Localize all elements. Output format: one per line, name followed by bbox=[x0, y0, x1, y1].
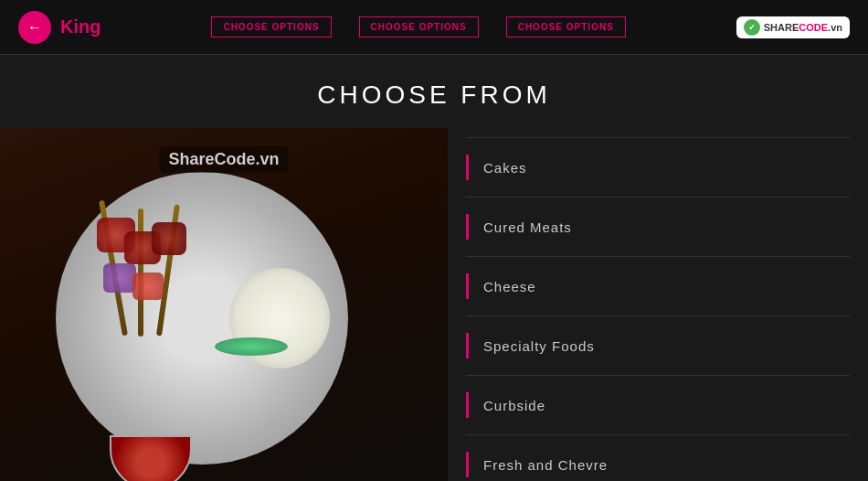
menu-item-cakes[interactable]: Cakes bbox=[466, 137, 850, 198]
meat-3 bbox=[152, 222, 186, 255]
menu-item-label-cheese: Cheese bbox=[483, 279, 536, 294]
menu-item-curbside[interactable]: Curbside bbox=[466, 376, 850, 435]
choose-options-button-1[interactable]: CHOOSE OPTIONS bbox=[211, 16, 331, 37]
menu-item-label-cakes: Cakes bbox=[483, 160, 527, 176]
section-title: CHOOSE FROM bbox=[0, 80, 868, 110]
section-title-bar: CHOOSE FROM bbox=[0, 55, 868, 128]
veggie-2 bbox=[132, 273, 164, 300]
logo-area: ← King bbox=[18, 11, 101, 44]
menu-accent-cured-meats bbox=[466, 214, 469, 240]
menu-item-label-specialty-foods: Specialty Foods bbox=[483, 338, 595, 354]
sharecode-badge: ✓ SHARECODE.vn bbox=[736, 16, 850, 38]
food-image-area: ShareCode.vn Copyright © ShareCode.vn bbox=[0, 128, 448, 481]
product-cards: CHOOSE OPTIONS CHOOSE OPTIONS CHOOSE OPT… bbox=[211, 16, 625, 37]
menu-item-cured-meats[interactable]: Cured Meats bbox=[466, 198, 850, 257]
plate bbox=[56, 172, 348, 465]
logo-icon: ← bbox=[18, 11, 51, 44]
watermark: ShareCode.vn bbox=[159, 146, 288, 173]
menu-item-label-curbside: Curbside bbox=[483, 398, 545, 413]
menu-accent-fresh-chevre bbox=[466, 452, 469, 477]
top-bar: ← King CHOOSE OPTIONS CHOOSE OPTIONS CHO… bbox=[0, 0, 868, 55]
sharecode-icon: ✓ bbox=[744, 19, 760, 36]
main-content: ShareCode.vn Copyright © ShareCode.vn Ca… bbox=[0, 128, 868, 481]
garnish bbox=[215, 337, 288, 356]
menu-item-label-cured-meats: Cured Meats bbox=[483, 219, 572, 235]
choose-options-button-2[interactable]: CHOOSE OPTIONS bbox=[359, 16, 479, 37]
menu-accent-cakes bbox=[466, 155, 469, 180]
menu-accent-cheese bbox=[466, 273, 469, 299]
food-image: ShareCode.vn Copyright © ShareCode.vn bbox=[0, 128, 448, 481]
menu-accent-specialty-foods bbox=[466, 333, 469, 358]
menu-accent-curbside bbox=[466, 392, 469, 418]
side-bowl bbox=[110, 435, 192, 481]
menu-item-cheese[interactable]: Cheese bbox=[466, 257, 850, 316]
logo-title: King bbox=[60, 16, 101, 37]
menu-list-area: Cakes Cured Meats Cheese Specialty Foods… bbox=[448, 128, 868, 481]
menu-item-fresh-chevre[interactable]: Fresh and Chevre bbox=[466, 435, 850, 481]
menu-item-specialty-foods[interactable]: Specialty Foods bbox=[466, 316, 850, 376]
choose-options-button-3[interactable]: CHOOSE OPTIONS bbox=[506, 16, 626, 37]
sharecode-label: SHARECODE.vn bbox=[764, 22, 842, 33]
veggie-1 bbox=[103, 263, 136, 293]
menu-item-label-fresh-chevre: Fresh and Chevre bbox=[483, 457, 608, 473]
skewer-area bbox=[92, 199, 238, 382]
